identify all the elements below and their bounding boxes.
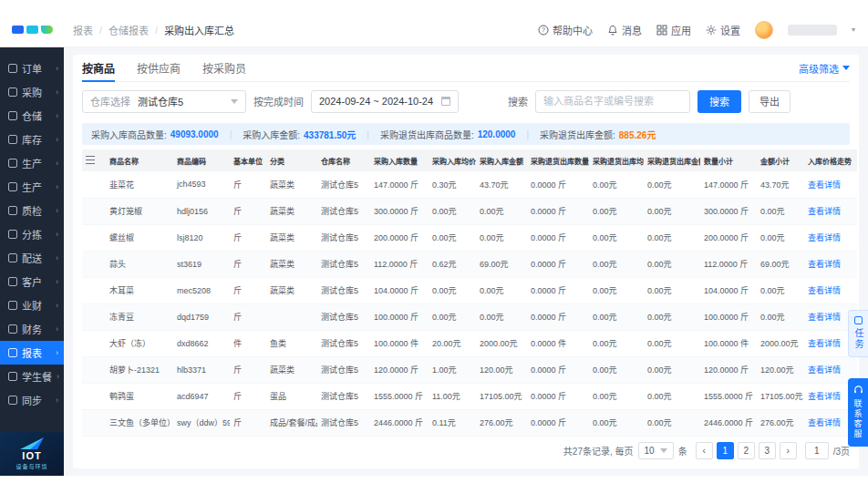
export-button[interactable]: 导出 (749, 90, 790, 113)
sidebar-item-production[interactable]: 生产› (0, 151, 64, 175)
table-cell: 200.0000 斤 (370, 224, 429, 251)
task-float-button[interactable]: 任务 (848, 310, 868, 357)
table-cell: 0.00元 (757, 198, 804, 224)
table-cell: 0.00元 (644, 224, 700, 251)
page-button-2[interactable]: 2 (738, 442, 755, 459)
table-cell: 斤 (230, 277, 266, 303)
table-cell: 2000.00元 (476, 330, 527, 356)
date-range-picker[interactable]: 2024-09-24 ~ 2024-10-24 (311, 90, 459, 113)
sidebar-item-production-2[interactable]: 生产› (0, 175, 64, 199)
breadcrumb-item[interactable]: 仓储报表 (108, 23, 149, 37)
customer-service-float-button[interactable]: 联系客服 (848, 378, 868, 447)
sidebar-item-customer[interactable]: 客户› (0, 270, 64, 293)
table-cell: 螺丝椒 (106, 224, 173, 251)
table-cell: 测试仓库5 (317, 198, 370, 224)
tab-by-buyer[interactable]: 按采购员 (202, 55, 246, 82)
view-detail-link[interactable]: 查看详情 (808, 313, 841, 322)
sidebar-item-report[interactable]: 报表› (0, 341, 64, 365)
settings-link[interactable]: 设置 (706, 23, 740, 37)
breadcrumb-separator: / (99, 25, 102, 36)
sidebar-item-sync[interactable]: 同步› (0, 388, 64, 412)
sidebar-item-business-finance[interactable]: 业财› (0, 293, 64, 317)
chevron-right-icon: › (56, 277, 58, 286)
summary-item: 采购退货出库商品数量:120.0000 (380, 128, 516, 141)
filter-bar: 仓库选择 测试仓库5 按完成时间 2024-09-24 ~ 2024-10-24… (82, 82, 850, 120)
table-cell: 43.70元 (757, 171, 804, 198)
sidebar-item-delivery[interactable]: 配送› (0, 246, 64, 270)
view-detail-link[interactable]: 查看详情 (808, 233, 841, 242)
table-cell: 0.00元 (644, 409, 700, 436)
search-input[interactable] (535, 90, 690, 113)
help-center-link[interactable]: ? 帮助中心 (538, 23, 593, 37)
chevron-right-icon: › (56, 87, 58, 97)
sidebar-item-finance[interactable]: 财务› (0, 317, 64, 341)
table-cell: 大虾（冻） (106, 330, 173, 356)
breadcrumb-item[interactable]: 采购出入库汇总 (164, 23, 234, 37)
table-cell: 69.00元 (476, 251, 527, 277)
trend-cell: 查看详情 (804, 198, 857, 224)
apps-link[interactable]: 应用 (656, 23, 691, 37)
chevron-right-icon: › (56, 396, 58, 405)
chevron-down-icon[interactable]: ▾ (852, 26, 855, 34)
table-cell: 100.0000 件 (700, 330, 757, 356)
task-label: 任务 (852, 328, 865, 350)
table-cell: 测试仓库5 (317, 224, 370, 251)
search-button[interactable]: 搜索 (698, 90, 741, 113)
summary-bar: 采购入库商品数量:49093.0000|采购入库金额:433781.50元|采购… (82, 123, 850, 145)
tab-by-product[interactable]: 按商品 (82, 55, 115, 82)
breadcrumb-item[interactable]: 报表 (73, 23, 93, 37)
sidebar-item-quality-check[interactable]: 质检› (0, 199, 64, 222)
table-cell: 0.00元 (429, 277, 476, 303)
page-button-3[interactable]: 3 (759, 442, 776, 459)
view-detail-link[interactable]: 查看详情 (808, 207, 841, 216)
avatar[interactable] (755, 21, 773, 39)
table-cell: 蔬菜类 (266, 277, 317, 303)
chevron-down-icon (660, 448, 667, 453)
table-cell: 100.0000 斤 (700, 303, 757, 330)
page-size-select[interactable]: 10 (638, 442, 674, 459)
table-cell: 120.00元 (476, 356, 527, 383)
table-cell: 0.11元 (429, 409, 476, 436)
table-cell: 0.00元 (589, 383, 644, 409)
tab-by-supplier[interactable]: 按供应商 (137, 55, 181, 82)
column-header: 采购退货出库金额 (644, 149, 700, 171)
app-logo[interactable] (0, 26, 64, 34)
sidebar-item-purchase[interactable]: 采购› (0, 80, 64, 104)
table-cell: 木耳菜 (106, 277, 173, 303)
sidebar-item-label: 业财 (22, 298, 42, 313)
page-jump-input[interactable] (805, 442, 829, 459)
sidebar-item-label: 学生餐 (22, 369, 52, 384)
sidebar-item-sorting[interactable]: 分拣› (0, 222, 64, 246)
next-page-button[interactable]: › (780, 442, 797, 459)
prev-page-button[interactable]: ‹ (696, 442, 713, 459)
table-cell: 0.0000 斤 (527, 356, 589, 383)
page-button-1[interactable]: 1 (717, 442, 734, 459)
table-row: 胡萝卜-21321hlb3371斤蔬菜类测试仓库5120.0000 斤1.00元… (82, 356, 857, 383)
view-detail-link[interactable]: 查看详情 (808, 286, 841, 295)
view-detail-link[interactable]: 查看详情 (808, 418, 841, 427)
advanced-filter-toggle[interactable]: 高级筛选 (799, 61, 850, 76)
sidebar-item-student-meal[interactable]: 学生餐› (0, 365, 64, 388)
column-settings-icon[interactable] (86, 156, 95, 164)
table-cell: hdlj0156 (173, 198, 230, 224)
table-head-row: 商品名称商品编码基本单位分类仓库名称采购入库数量采购入库均价采购入库金额采购退货… (82, 149, 857, 171)
view-detail-link[interactable]: 查看详情 (808, 365, 841, 375)
header-actions: ? 帮助中心 消息 应用 设置 (538, 21, 868, 39)
table-cell: 0.00元 (589, 303, 644, 330)
sidebar-item-label: 配送 (22, 251, 42, 265)
chevron-right-icon: › (56, 111, 58, 120)
sidebar-item-warehouse[interactable]: 仓储› (0, 104, 64, 128)
sidebar-item-inventory[interactable]: 库存› (0, 128, 64, 151)
row-leading-cell (82, 171, 106, 198)
messages-link[interactable]: 消息 (607, 23, 642, 37)
table-cell: mec5208 (173, 277, 230, 303)
table-cell: 120.00元 (757, 356, 804, 383)
view-detail-link[interactable]: 查看详情 (808, 260, 841, 269)
page: 报表/仓储报表/采购出入库汇总 ? 帮助中心 消息 应用 (0, 0, 868, 504)
view-detail-link[interactable]: 查看详情 (808, 392, 841, 401)
logo-square-cyan (26, 26, 38, 34)
view-detail-link[interactable]: 查看详情 (808, 339, 841, 348)
sidebar-item-orders[interactable]: 订单› (0, 57, 64, 80)
view-detail-link[interactable]: 查看详情 (808, 180, 841, 190)
warehouse-select[interactable]: 仓库选择 测试仓库5 (82, 90, 246, 113)
